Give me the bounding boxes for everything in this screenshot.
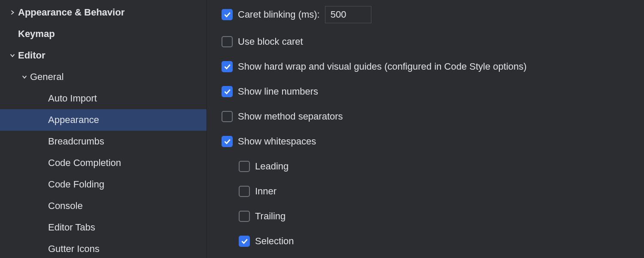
tree-label: General	[30, 71, 64, 83]
setting-label: Caret blinking (ms):	[238, 9, 320, 20]
show-method-separators-checkbox[interactable]	[222, 111, 233, 122]
setting-label: Inner	[255, 186, 276, 197]
tree-label: Code Folding	[48, 179, 104, 190]
tree-item-breadcrumbs[interactable]: Breadcrumbs	[0, 131, 207, 152]
tree-label: Gutter Icons	[48, 243, 100, 255]
setting-label: Trailing	[255, 211, 286, 222]
show-line-numbers-checkbox[interactable]	[222, 86, 233, 97]
tree-item-general[interactable]: General	[0, 66, 207, 88]
ws-leading-checkbox[interactable]	[239, 161, 250, 172]
use-block-caret-checkbox[interactable]	[222, 36, 233, 47]
setting-label: Leading	[255, 161, 289, 172]
setting-label: Show whitespaces	[238, 136, 316, 147]
settings-sidebar: Appearance & Behavior Keymap Editor Gene…	[0, 0, 207, 258]
show-hard-wrap-checkbox[interactable]	[222, 61, 233, 72]
tree-item-keymap[interactable]: Keymap	[0, 23, 207, 45]
chevron-right-icon	[9, 9, 16, 16]
setting-label: Show method separators	[238, 111, 343, 122]
tree-item-console[interactable]: Console	[0, 195, 207, 217]
caret-blinking-checkbox[interactable]	[222, 9, 233, 20]
setting-caret-blinking: Caret blinking (ms):	[222, 6, 631, 23]
setting-show-hard-wrap: Show hard wrap and visual guides (config…	[222, 60, 631, 73]
tree-item-gutter-icons[interactable]: Gutter Icons	[0, 238, 207, 258]
tree-item-code-completion[interactable]: Code Completion	[0, 152, 207, 174]
tree-label: Code Completion	[48, 157, 121, 169]
tree-label: Breadcrumbs	[48, 136, 104, 147]
tree-label: Editor Tabs	[48, 222, 95, 233]
tree-label: Appearance & Behavior	[18, 7, 125, 18]
setting-show-method-separators: Show method separators	[222, 110, 631, 123]
tree-item-appearance[interactable]: Appearance	[0, 109, 207, 131]
setting-ws-selection: Selection	[222, 235, 631, 248]
tree-label: Appearance	[48, 114, 99, 126]
ws-trailing-checkbox[interactable]	[239, 211, 250, 222]
setting-ws-inner: Inner	[222, 185, 631, 198]
setting-label: Use block caret	[238, 36, 303, 47]
tree-item-editor[interactable]: Editor	[0, 45, 207, 66]
chevron-down-icon	[21, 73, 28, 81]
chevron-down-icon	[9, 52, 16, 59]
tree-item-code-folding[interactable]: Code Folding	[0, 174, 207, 195]
tree-item-editor-tabs[interactable]: Editor Tabs	[0, 217, 207, 238]
settings-content: Caret blinking (ms): Use block caret Sho…	[207, 0, 644, 258]
setting-ws-leading: Leading	[222, 160, 631, 173]
ws-inner-checkbox[interactable]	[239, 186, 250, 197]
setting-show-line-numbers: Show line numbers	[222, 85, 631, 98]
setting-use-block-caret: Use block caret	[222, 35, 631, 48]
setting-label: Show hard wrap and visual guides (config…	[238, 61, 527, 72]
ws-selection-checkbox[interactable]	[239, 236, 250, 247]
tree-label: Auto Import	[48, 93, 97, 104]
setting-show-whitespaces: Show whitespaces	[222, 135, 631, 148]
setting-label: Show line numbers	[238, 86, 318, 97]
setting-label: Selection	[255, 236, 294, 247]
tree-label: Keymap	[18, 28, 55, 40]
tree-item-appearance-behavior[interactable]: Appearance & Behavior	[0, 2, 207, 23]
tree-label: Console	[48, 200, 83, 212]
tree-label: Editor	[18, 50, 46, 61]
setting-ws-trailing: Trailing	[222, 210, 631, 223]
tree-item-auto-import[interactable]: Auto Import	[0, 88, 207, 109]
show-whitespaces-checkbox[interactable]	[222, 136, 233, 147]
caret-blinking-input[interactable]	[325, 6, 371, 23]
